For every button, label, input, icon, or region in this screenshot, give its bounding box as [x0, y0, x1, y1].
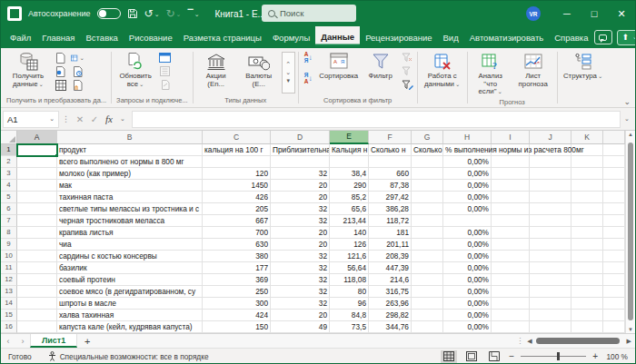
search-input[interactable]: Поиск	[262, 5, 356, 22]
stocks-button[interactable]: Акции (En...	[196, 50, 236, 89]
cell-H10[interactable]: 0,00%	[443, 251, 492, 262]
cell-D3[interactable]: 32	[271, 168, 330, 180]
row-header-11[interactable]: 11	[1, 262, 17, 274]
tab-Главная[interactable]: Главная	[36, 26, 80, 48]
tab-Автоматизировать[interactable]: Автоматизировать	[464, 26, 550, 48]
existing-connections-icon[interactable]	[71, 65, 84, 77]
cell-G9[interactable]	[412, 239, 443, 251]
cell-A8[interactable]	[17, 227, 57, 239]
cell-A4[interactable]	[17, 180, 57, 192]
maximize-button[interactable]: □	[581, 1, 608, 26]
cell-A3[interactable]	[17, 168, 57, 180]
outline-button[interactable]: Структура⌄	[561, 50, 606, 82]
undo-button[interactable]: ↺⌄	[144, 8, 160, 19]
cell-E13[interactable]: 80	[330, 286, 369, 298]
refresh-all-button[interactable]: Обновить все⌄	[114, 50, 156, 89]
zoom-in-button[interactable]: +	[592, 351, 598, 361]
cell-D15[interactable]: 20	[271, 310, 330, 321]
sort-descending-icon[interactable]: ЯА↓	[302, 73, 315, 84]
data-tools-button[interactable]: Работа с данными⌄	[421, 50, 464, 89]
cell-F2[interactable]	[369, 156, 412, 168]
cell-D1[interactable]: Приблизительная	[271, 144, 330, 156]
cell-B7[interactable]: черная тростниковая меласса	[57, 215, 203, 227]
cell-K12[interactable]	[571, 274, 603, 286]
scroll-right-icon[interactable]: ▶	[627, 338, 631, 345]
cell-J11[interactable]	[530, 262, 571, 274]
row-header-14[interactable]: 14	[1, 298, 17, 310]
column-header-partial[interactable]	[603, 131, 625, 144]
cell-C8[interactable]: 700	[203, 227, 271, 239]
normal-view-button[interactable]	[441, 350, 457, 363]
cell-x15[interactable]	[603, 310, 625, 321]
cell-D16[interactable]: 49	[271, 321, 330, 333]
cell-H1[interactable]: % выполнения нормы из расчета 800мг	[443, 144, 492, 156]
cell-I12[interactable]	[492, 274, 530, 286]
cell-I3[interactable]	[492, 168, 530, 180]
cell-I15[interactable]	[492, 310, 530, 321]
cell-A1[interactable]	[17, 144, 57, 156]
cell-A11[interactable]	[17, 262, 57, 274]
cell-F16[interactable]: 344,76	[369, 321, 412, 333]
row-header-16[interactable]: 16	[1, 321, 17, 333]
cell-K6[interactable]	[571, 203, 603, 215]
advanced-filter-icon[interactable]	[401, 79, 414, 91]
cell-C13[interactable]: 250	[203, 286, 271, 298]
cell-x6[interactable]	[603, 203, 625, 215]
workbook-connections-icon[interactable]	[158, 65, 172, 77]
cell-D13[interactable]: 32	[271, 286, 330, 298]
cell-I5[interactable]	[492, 192, 530, 203]
row-header-10[interactable]: 10	[1, 251, 17, 262]
cell-K13[interactable]	[571, 286, 603, 298]
cell-F5[interactable]: 297,42	[369, 192, 412, 203]
tab-Рисование[interactable]: Рисование	[124, 26, 178, 48]
cell-I13[interactable]	[492, 286, 530, 298]
add-sheet-button[interactable]: +	[77, 334, 97, 348]
cell-x14[interactable]	[603, 298, 625, 310]
from-file-icon[interactable]	[71, 79, 84, 91]
cell-K11[interactable]	[571, 262, 603, 274]
horizontal-scrollbar[interactable]	[536, 338, 623, 344]
cell-B2[interactable]: всего выполнено от нормы в 800 мг	[57, 156, 203, 168]
save-button[interactable]	[127, 8, 138, 19]
column-header-J[interactable]: J	[530, 131, 571, 144]
cell-J15[interactable]	[530, 310, 571, 321]
cell-H9[interactable]: 0,00%	[443, 239, 492, 251]
cell-E6[interactable]: 65,6	[330, 203, 369, 215]
cell-A16[interactable]	[17, 321, 57, 333]
cell-H8[interactable]: 0,00%	[443, 227, 492, 239]
row-header-1[interactable]: 1	[1, 144, 17, 156]
name-box[interactable]: A1 ⌄	[3, 111, 59, 128]
column-header-A[interactable]: A	[17, 131, 57, 144]
cell-C14[interactable]: 300	[203, 298, 271, 310]
reapply-filter-icon[interactable]	[401, 65, 414, 77]
cell-E8[interactable]: 140	[330, 227, 369, 239]
row-header-3[interactable]: 3	[1, 168, 17, 180]
tab-Вставка[interactable]: Вставка	[81, 26, 124, 48]
cell-K3[interactable]	[571, 168, 603, 180]
cell-J7[interactable]	[530, 215, 571, 227]
filter-button[interactable]: Фильтр	[363, 50, 399, 82]
comments-button[interactable]	[594, 30, 612, 44]
currencies-button[interactable]: Валюты (E...	[238, 50, 280, 89]
tab-Рецензирование[interactable]: Рецензирование	[360, 26, 437, 48]
cell-D14[interactable]: 32	[271, 298, 330, 310]
cell-E11[interactable]: 56,64	[330, 262, 369, 274]
cell-I6[interactable]	[492, 203, 530, 215]
cell-A2[interactable]	[17, 156, 57, 168]
cell-H11[interactable]: 0,00%	[443, 262, 492, 274]
cell-D8[interactable]: 20	[271, 227, 330, 239]
cell-D11[interactable]: 32	[271, 262, 330, 274]
page-layout-view-button[interactable]	[463, 350, 480, 363]
cell-C3[interactable]: 120	[203, 168, 271, 180]
cell-F6[interactable]: 386,28	[369, 203, 412, 215]
cell-H5[interactable]: 0,00%	[443, 192, 492, 203]
column-header-C[interactable]: C	[203, 131, 271, 144]
cell-G12[interactable]	[412, 274, 443, 286]
cell-G10[interactable]	[412, 251, 443, 262]
cell-C2[interactable]	[203, 156, 271, 168]
cell-B4[interactable]: мак	[57, 180, 203, 192]
tab-Файл[interactable]: Файл	[5, 26, 36, 48]
cell-J2[interactable]	[530, 156, 571, 168]
cell-C10[interactable]: 380	[203, 251, 271, 262]
cell-E1[interactable]: Кальция н	[330, 144, 369, 156]
